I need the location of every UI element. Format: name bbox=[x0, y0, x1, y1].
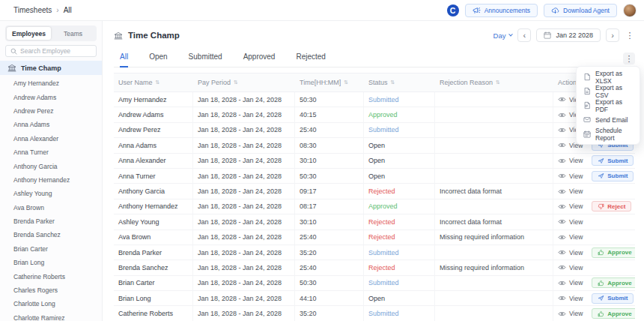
date-value: Jan 22 2028 bbox=[556, 32, 593, 39]
view-link[interactable]: View bbox=[558, 249, 583, 256]
eye-icon bbox=[558, 112, 566, 118]
cell-rejection-reason bbox=[435, 92, 553, 106]
cell-status: Approved bbox=[364, 200, 435, 214]
download-agent-button[interactable]: Download Agent bbox=[544, 4, 617, 17]
eye-icon bbox=[558, 127, 566, 134]
view-link[interactable]: View bbox=[558, 157, 583, 164]
next-date-button[interactable]: › bbox=[606, 28, 619, 42]
sidebar-employee-item[interactable]: Brenda Parker bbox=[0, 214, 102, 228]
menu-item-export-as-pdf[interactable]: Export as PDF bbox=[577, 98, 640, 112]
sidebar-employee-item[interactable]: Charlotte Long bbox=[0, 297, 102, 310]
breadcrumb-current: All bbox=[64, 6, 72, 14]
cell-pay-period: Jan 18, 2028 - Jan 24, 2028 bbox=[193, 184, 295, 198]
sidebar-employee-item[interactable]: Brenda Sanchez bbox=[0, 228, 102, 242]
sidebar-employee-item[interactable]: Ashley Young bbox=[0, 187, 102, 200]
sidebar-employee-item[interactable]: Amy Hernandez bbox=[0, 76, 102, 90]
view-link[interactable]: View bbox=[558, 172, 583, 180]
cell-time: 08:17 bbox=[295, 200, 364, 214]
column-header-rejection-reason[interactable]: Rejection Reason⇅ bbox=[435, 74, 553, 92]
chevron-down-icon bbox=[509, 32, 514, 37]
tab-rejected[interactable]: Rejected bbox=[296, 52, 325, 67]
sidebar-employee-item[interactable]: Charles Rogers bbox=[0, 284, 102, 297]
sidebar-employee-item[interactable]: Catherine Roberts bbox=[0, 269, 102, 283]
user-avatar[interactable] bbox=[623, 4, 637, 17]
menu-item-export-as-xlsx[interactable]: Export as XLSX bbox=[577, 70, 640, 84]
prev-date-button[interactable]: ‹ bbox=[517, 28, 531, 42]
column-header-time-hh-mm[interactable]: Time[HH:MM]⇅ bbox=[295, 74, 364, 92]
sidebar-employee-item[interactable]: Brian Carter bbox=[0, 242, 102, 256]
view-link[interactable]: View bbox=[558, 188, 583, 195]
sidebar-employee-item[interactable]: Andrew Perez bbox=[0, 104, 102, 118]
menu-item-send-email[interactable]: Send Email bbox=[577, 112, 640, 127]
sidebar-tab-employees[interactable]: Employees bbox=[7, 27, 51, 40]
sort-icon[interactable]: ⇅ bbox=[234, 80, 238, 86]
submit-button[interactable]: Submit bbox=[592, 293, 634, 304]
view-link[interactable]: View bbox=[558, 295, 583, 302]
breadcrumb-section[interactable]: Timesheets bbox=[13, 6, 52, 14]
sidebar-employee-item[interactable]: Anna Turner bbox=[0, 146, 102, 159]
download-agent-label: Download Agent bbox=[563, 7, 610, 14]
sidebar-employee-item[interactable]: Brian Long bbox=[0, 256, 102, 269]
cell-time: 50:30 bbox=[295, 169, 364, 183]
view-link[interactable]: View bbox=[558, 218, 583, 226]
cell-pay-period: Jan 18, 2028 - Jan 24, 2028 bbox=[193, 230, 295, 244]
sidebar-employee-item[interactable]: Anthony Hernandez bbox=[0, 173, 102, 187]
sidebar-employee-item[interactable]: Anthony Garcia bbox=[0, 159, 102, 172]
approve-button[interactable]: Approve bbox=[592, 278, 635, 288]
menu-item-export-as-csv[interactable]: Export as CSV bbox=[577, 84, 640, 98]
sidebar-employee-item[interactable]: Andrew Adams bbox=[0, 90, 102, 104]
breadcrumb-separator: › bbox=[56, 6, 58, 14]
column-header-pay-period[interactable]: Pay Period⇅ bbox=[193, 74, 295, 92]
view-link[interactable]: View bbox=[558, 264, 583, 272]
search-input[interactable] bbox=[20, 47, 91, 55]
submit-button[interactable]: Submit bbox=[592, 171, 634, 182]
view-link[interactable]: View bbox=[558, 279, 583, 286]
approve-button[interactable]: Approve bbox=[592, 308, 635, 319]
cell-status: Approved bbox=[364, 107, 435, 122]
sidebar-employee-item[interactable]: Anna Alexander bbox=[0, 132, 102, 146]
view-link[interactable]: View bbox=[558, 310, 583, 317]
tab-approved[interactable]: Approved bbox=[243, 52, 276, 67]
app-logo[interactable]: C bbox=[447, 4, 459, 16]
sort-icon[interactable]: ⇅ bbox=[344, 80, 348, 86]
sidebar-employee-item[interactable]: Charlotte Ramirez bbox=[0, 311, 102, 321]
cell-actions: View bbox=[553, 184, 635, 198]
file-pdf-icon bbox=[583, 101, 591, 110]
sort-icon[interactable]: ⇅ bbox=[391, 80, 395, 86]
approve-button[interactable]: Approve bbox=[592, 248, 635, 258]
cell-status: Submitted bbox=[364, 306, 435, 320]
reject-button[interactable]: Reject bbox=[592, 201, 631, 212]
period-selector[interactable]: Day bbox=[493, 32, 513, 40]
cell-pay-period: Jan 18, 2028 - Jan 24, 2028 bbox=[193, 306, 295, 320]
cell-status: Submitted bbox=[364, 92, 435, 106]
sidebar-item-org[interactable]: Time Champ bbox=[0, 61, 102, 75]
cell-rejection-reason bbox=[435, 306, 553, 320]
cell-rejection-reason bbox=[435, 245, 553, 260]
period-selector-label: Day bbox=[493, 32, 506, 40]
header-kebab-menu[interactable]: ⋮ bbox=[625, 31, 635, 40]
sidebar-tab-teams[interactable]: Teams bbox=[51, 27, 95, 40]
cell-user-name: Anna Adams bbox=[114, 138, 193, 152]
announcements-button[interactable]: Announcements bbox=[465, 4, 538, 17]
table-row: Anna Adams Jan 18, 2028 - Jan 24, 2028 0… bbox=[114, 138, 635, 153]
tab-open[interactable]: Open bbox=[149, 52, 167, 67]
cell-pay-period: Jan 18, 2028 - Jan 24, 2028 bbox=[193, 138, 295, 152]
sidebar-employee-item[interactable]: Anna Adams bbox=[0, 118, 102, 131]
table-options-kebab[interactable]: ⋮ bbox=[623, 52, 635, 64]
cell-actions: ViewApprove bbox=[553, 306, 635, 320]
menu-item-schedule-report[interactable]: Schedule Report bbox=[577, 127, 640, 141]
cell-pay-period: Jan 18, 2028 - Jan 24, 2028 bbox=[193, 107, 295, 122]
tab-all[interactable]: All bbox=[120, 52, 128, 68]
sort-icon[interactable]: ⇅ bbox=[496, 80, 500, 86]
sort-icon[interactable]: ⇅ bbox=[156, 80, 160, 86]
date-picker[interactable]: Jan 22 2028 bbox=[536, 28, 601, 42]
tab-submitted[interactable]: Submitted bbox=[189, 52, 222, 67]
sidebar-employee-item[interactable]: Ava Brown bbox=[0, 201, 102, 214]
view-link[interactable]: View bbox=[558, 233, 583, 241]
column-header-status[interactable]: Status⇅ bbox=[364, 74, 435, 92]
submit-button[interactable]: Submit bbox=[592, 155, 634, 166]
file-xlsx-icon bbox=[583, 73, 591, 81]
main-panel: Time Champ Day ‹ Jan 22 2028 › ⋮ AllOpen… bbox=[103, 21, 644, 321]
column-header-user-name[interactable]: User Name⇅ bbox=[114, 74, 193, 92]
view-link[interactable]: View bbox=[558, 202, 583, 210]
